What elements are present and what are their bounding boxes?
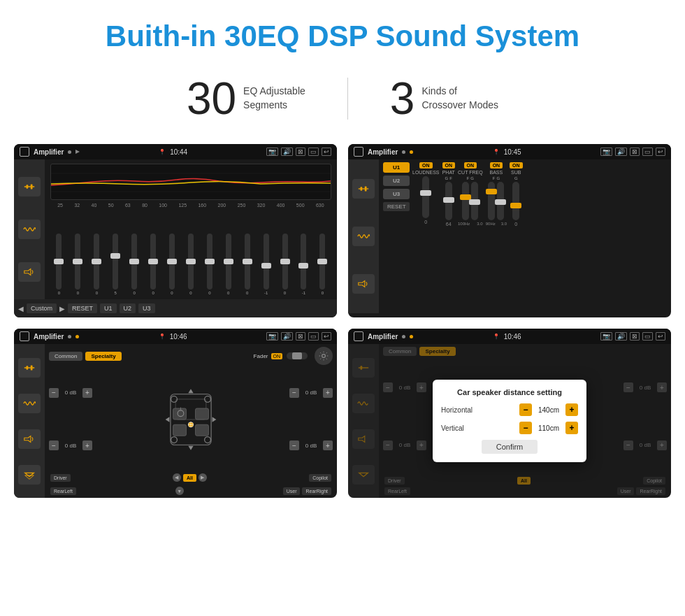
tab-common-3[interactable]: Common — [49, 352, 82, 361]
horizontal-minus[interactable]: − — [519, 403, 532, 416]
home-icon-2[interactable] — [354, 147, 363, 157]
preset-u1[interactable]: U1 — [383, 162, 410, 173]
db-plus-rr[interactable]: + — [323, 440, 333, 450]
eq-slider-col[interactable]: 0 — [245, 234, 250, 295]
eq-btn-3[interactable] — [18, 358, 41, 378]
phat-label: PHAT — [442, 170, 455, 175]
db-plus-rl[interactable]: + — [82, 440, 92, 450]
status-time-1: 10:44 — [170, 148, 187, 156]
db-minus-fl[interactable]: − — [49, 388, 59, 398]
bass-slider2[interactable] — [497, 182, 504, 220]
eq-slider-col[interactable]: 0 — [226, 234, 231, 295]
svg-marker-35 — [166, 417, 170, 422]
cutfreq-on[interactable]: ON — [464, 162, 477, 169]
nav-right[interactable]: ▶ — [199, 473, 207, 482]
nav-left[interactable]: ◀ — [173, 473, 181, 482]
horizontal-plus[interactable]: + — [565, 403, 578, 416]
eq-btn-1[interactable] — [18, 177, 41, 196]
eq-slider-col[interactable]: 5 — [113, 234, 118, 295]
db-plus-fr[interactable]: + — [323, 388, 333, 398]
dialog-box: Car speaker distance setting Horizontal … — [433, 380, 586, 462]
app-name-1: Amplifier — [34, 148, 64, 156]
wave-btn-3[interactable] — [18, 394, 41, 413]
screen-body-3: Common Specialty Fader ON — [14, 344, 337, 498]
eq-slider-col[interactable]: -1 — [301, 234, 306, 295]
svg-marker-14 — [24, 436, 31, 442]
eq-slider-col[interactable]: 0 — [75, 234, 80, 295]
vertical-plus[interactable]: + — [565, 422, 578, 434]
svg-marker-10 — [359, 281, 365, 287]
expand-btn-3[interactable] — [18, 465, 41, 485]
user-btn[interactable]: User — [283, 487, 301, 495]
loudness-slider[interactable] — [422, 176, 429, 218]
eq-btn-2[interactable] — [352, 179, 375, 199]
driver-btn[interactable]: Driver — [50, 474, 71, 482]
prev-btn[interactable]: ◀ — [18, 305, 24, 313]
u1-label[interactable]: U1 — [100, 303, 117, 313]
svg-rect-8 — [361, 187, 363, 190]
settings-btn-3[interactable] — [315, 347, 333, 365]
back-icon-4[interactable]: ↩ — [656, 332, 665, 341]
sub-slider[interactable] — [512, 182, 519, 220]
play-btn[interactable]: ▶ — [59, 305, 65, 313]
eq-slider-col[interactable]: 0 — [169, 234, 175, 295]
custom-label[interactable]: Custom — [27, 303, 57, 313]
db-row-fr: − 0 dB + — [289, 388, 333, 398]
sub-on[interactable]: ON — [510, 162, 523, 169]
cutfreq-label: CUT FREQ — [458, 170, 483, 175]
speaker-btn-1[interactable] — [18, 262, 41, 282]
home-icon-3[interactable] — [20, 331, 29, 341]
nav-down[interactable]: ▼ — [175, 487, 184, 495]
phat-on[interactable]: ON — [442, 162, 456, 169]
bass-label: BASS — [490, 170, 503, 175]
back-icon-2[interactable]: ↩ — [656, 148, 665, 156]
eq-slider-col[interactable]: 0 — [56, 234, 62, 295]
eq-slider-col[interactable]: 0 — [150, 234, 156, 295]
reset-crossover[interactable]: RESET — [383, 202, 410, 211]
rearright-btn[interactable]: RearRight — [302, 487, 331, 495]
status-time-3: 10:46 — [170, 333, 187, 341]
db-value-fr: 0 dB — [301, 389, 321, 396]
horizontal-label: Horizontal — [441, 406, 473, 414]
eq-slider-col[interactable]: 0 — [94, 234, 99, 295]
all-btn[interactable]: All — [183, 474, 196, 482]
loudness-on[interactable]: ON — [419, 162, 433, 169]
confirm-button[interactable]: Confirm — [482, 440, 538, 454]
preset-u2[interactable]: U2 — [383, 176, 410, 186]
bass-on[interactable]: ON — [490, 162, 503, 169]
crossover-main: U1 U2 U3 RESET ON LOUDNESS 0 — [379, 159, 671, 313]
gps-icon-3: 📍 — [159, 334, 166, 340]
eq-slider-col[interactable]: 0 — [188, 234, 194, 295]
fader-on[interactable]: ON — [271, 353, 283, 359]
u2-label[interactable]: U2 — [120, 303, 136, 313]
home-icon-4[interactable] — [354, 331, 363, 341]
u3-label[interactable]: U3 — [138, 303, 155, 313]
tab-specialty-3[interactable]: Specialty — [85, 352, 121, 361]
eq-slider-col[interactable]: -1 — [264, 234, 269, 295]
back-icon-1[interactable]: ↩ — [322, 148, 331, 156]
eq-slider-col[interactable]: 0 — [319, 234, 325, 295]
speaker-btn-3[interactable] — [18, 429, 41, 449]
bass-slider1[interactable] — [488, 182, 495, 220]
vertical-minus[interactable]: − — [519, 422, 532, 434]
eq-slider-col[interactable]: 0 — [131, 234, 137, 295]
eq-slider-col[interactable]: 0 — [207, 234, 212, 295]
speaker-btn-2[interactable] — [352, 274, 375, 294]
home-icon[interactable] — [20, 147, 29, 157]
db-minus-rl[interactable]: − — [49, 440, 59, 450]
preset-u3[interactable]: U3 — [383, 189, 410, 199]
db-minus-rr[interactable]: − — [289, 440, 299, 450]
copilot-btn[interactable]: Copilot — [309, 474, 331, 482]
wave-btn-2[interactable] — [352, 227, 375, 246]
back-icon-3[interactable]: ↩ — [322, 332, 331, 341]
rearleft-btn[interactable]: RearLeft — [50, 487, 76, 495]
cutfreq-slider2[interactable] — [471, 182, 478, 220]
cutfreq-slider1[interactable] — [462, 182, 469, 220]
db-plus-fl[interactable]: + — [82, 388, 92, 398]
db-minus-fr[interactable]: − — [289, 388, 299, 398]
eq-slider-col[interactable]: 0 — [282, 234, 288, 295]
play-icon-1[interactable] — [75, 150, 80, 154]
wave-btn-1[interactable] — [18, 220, 41, 239]
reset-label[interactable]: RESET — [68, 303, 97, 313]
phat-slider[interactable] — [445, 182, 452, 220]
